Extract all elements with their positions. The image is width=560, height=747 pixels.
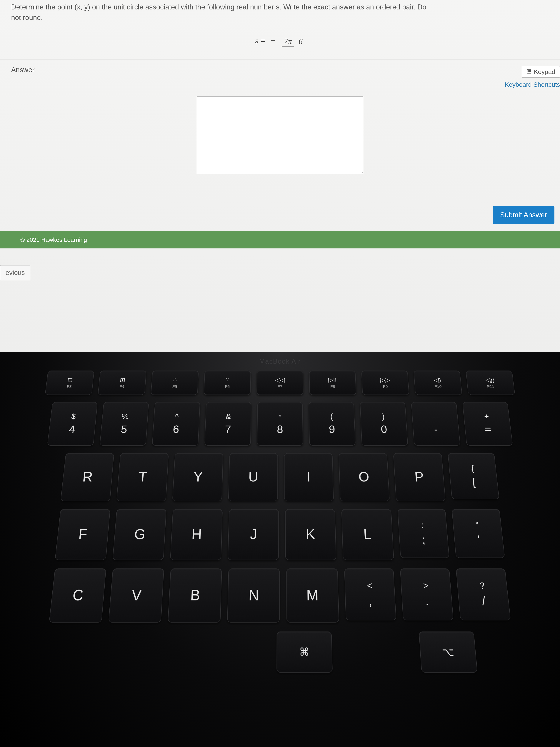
f10-label: F10 [434,384,442,389]
f4-label: F4 [119,384,125,389]
f5-icon: ∴ [173,377,177,383]
key-v: V [108,568,164,622]
f9-icon: ▷▷ [380,377,390,383]
key-m: M [286,568,339,622]
key-4: $4 [47,402,98,446]
key-t: T [116,453,169,501]
key-8: *8 [257,402,303,446]
f10-icon: ◁) [434,377,441,383]
keypad-button-label: Keypad [534,68,555,75]
key-period: >. [400,568,454,620]
svg-rect-4 [528,71,529,72]
key-b: B [168,568,222,622]
key-=: += [462,402,513,446]
key-f7: ◁◁F7 [257,370,303,395]
f9-label: F9 [383,384,388,389]
f8-icon: ▷II [328,377,337,383]
svg-rect-3 [530,70,531,71]
f11-label: F11 [487,384,495,389]
question-line1: Determine the point (x, y) on the unit c… [11,3,426,11]
key-f10: ◁)F10 [414,370,462,395]
key-option: ⌥ [419,632,478,673]
f3-label: F3 [67,384,72,389]
f7-icon: ◁◁ [275,377,285,383]
f4-icon: ⊞ [119,377,125,383]
key-n: N [227,568,280,622]
key-r: R [60,453,114,501]
keypad-icon [527,68,532,75]
key-0: )0 [360,402,408,446]
submit-answer-button[interactable]: Submit Answer [493,206,555,224]
key-g: G [112,509,166,560]
f11-icon: ◁)) [485,377,495,383]
key-f4: ⊞F4 [98,370,146,395]
question-line2: not round. [11,14,43,22]
svg-rect-5 [529,71,530,72]
f3-icon: ⊟ [67,377,73,383]
key-p: P [393,453,446,501]
key-l: L [341,509,394,560]
key-j: J [228,509,279,560]
keyboard-shortcuts-link[interactable]: Keyboard Shortcuts [505,81,560,88]
key-6: ^6 [152,402,200,446]
svg-rect-1 [528,70,529,71]
key-f3: ⊟F3 [45,370,94,395]
key-f6: ∵F6 [204,370,251,395]
copyright-text: © 2021 Hawkes Learning [20,236,87,243]
key-o: O [339,453,390,501]
svg-rect-2 [529,70,530,71]
key-f9: ▷▷F9 [361,370,409,395]
key-f8: ▷IIF8 [309,370,356,395]
answer-label: Answer [11,66,549,74]
key-semicolon: :; [398,509,449,558]
key-command: ⌘ [276,632,332,673]
key-quote: "' [452,509,505,558]
answer-input[interactable] [197,96,363,174]
equation-numerator: 7π [282,37,294,47]
f5-label: F5 [172,384,177,389]
key--: —- [411,402,460,446]
key-c: C [49,568,106,622]
keypad-button[interactable]: Keypad [522,66,560,78]
key-9: (9 [309,402,355,446]
f6-label: F6 [225,384,230,389]
f7-label: F7 [277,384,283,389]
previous-button[interactable]: evious [0,265,30,280]
equation-denominator: 6 [296,37,305,46]
key-f5: ∴F5 [151,370,199,395]
key-i: I [284,453,334,501]
key-bracket-left: {[ [448,453,500,499]
key-u: U [228,453,278,501]
key-slash: ?/ [456,568,511,620]
key-f: F [55,509,110,560]
key-7: &7 [205,402,251,446]
svg-rect-6 [530,71,531,72]
f8-label: F8 [330,384,335,389]
equation-lhs: s = [255,36,266,45]
key-comma: <, [344,568,397,620]
key-y: Y [172,453,223,501]
key-k: K [285,509,337,560]
key-f11: ◁))F11 [466,370,515,395]
f6-icon: ∵ [225,377,230,383]
equation-display: s = − 7π 6 [11,36,549,46]
key-h: H [170,509,222,560]
laptop-brand-label: MacBook Air [259,358,301,365]
equation-minus: − [270,36,276,45]
key-5: %5 [100,402,149,446]
